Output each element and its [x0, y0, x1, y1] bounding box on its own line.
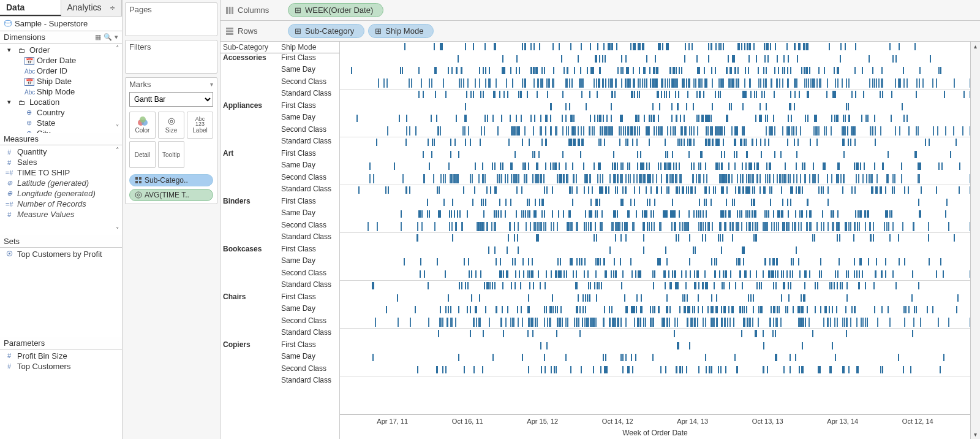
marks-tooltip-button[interactable]: Tooltip — [158, 141, 184, 168]
field-order-date[interactable]: 📅Order Date — [0, 55, 122, 66]
header-cell-subcat[interactable] — [221, 137, 279, 149]
field-city[interactable]: ⊕City — [0, 128, 122, 133]
field-state[interactable]: ⊕State — [0, 118, 122, 128]
header-cell-subcat[interactable]: Bookcases — [221, 245, 279, 257]
header-cell-subcat[interactable]: Binders — [221, 197, 279, 209]
header-cell-subcat[interactable]: Copiers — [221, 340, 279, 353]
measure-time-to-ship[interactable]: =#TIME TO SHIP — [0, 167, 122, 178]
header-cell-shipmode[interactable]: Standard Class — [279, 185, 339, 197]
header-cell-shipmode[interactable]: Same Day — [279, 65, 339, 77]
header-cell-subcat[interactable] — [221, 113, 279, 125]
header-cell-shipmode[interactable]: Second Class — [279, 77, 339, 90]
marks-menu-icon[interactable]: ▾ — [210, 81, 213, 88]
header-cell-shipmode[interactable]: Standard Class — [279, 89, 339, 101]
header-cell-shipmode[interactable]: Standard Class — [279, 232, 339, 245]
rows-shelf[interactable]: Rows ⊞Sub-Category⊞Ship Mode — [221, 21, 980, 42]
header-cell-shipmode[interactable]: Standard Class — [279, 328, 339, 340]
marks-color-button[interactable]: Color — [129, 112, 156, 139]
header-cell-subcat[interactable] — [221, 232, 279, 245]
measure-measure-values[interactable]: #Measure Values — [0, 209, 122, 220]
marks-detail-button[interactable]: Detail — [129, 141, 156, 168]
scroll-up-icon[interactable]: ˄ — [115, 45, 121, 53]
header-cell-subcat[interactable]: Appliances — [221, 101, 279, 113]
header-cell-shipmode[interactable]: First Class — [279, 340, 339, 353]
scroll-down-icon[interactable]: ˅ — [115, 226, 121, 234]
header-cell-subcat[interactable]: Accessories — [221, 53, 279, 66]
header-cell-shipmode[interactable]: Same Day — [279, 208, 339, 221]
marks-size-button[interactable]: Size — [158, 112, 184, 139]
pages-shelf[interactable]: Pages — [125, 2, 217, 36]
header-cell-shipmode[interactable]: Same Day — [279, 304, 339, 316]
header-cell-shipmode[interactable]: Second Class — [279, 316, 339, 329]
header-cell-shipmode[interactable]: Second Class — [279, 364, 339, 376]
header-cell-subcat[interactable] — [221, 316, 279, 329]
header-cell-subcat[interactable] — [221, 256, 279, 269]
header-cell-subcat[interactable] — [221, 161, 279, 173]
header-cell-shipmode[interactable]: First Class — [279, 292, 339, 305]
header-cell-subcat[interactable] — [221, 269, 279, 281]
tab-data[interactable]: Data — [0, 0, 61, 16]
filters-shelf[interactable]: Filters — [125, 40, 217, 74]
header-cell-shipmode[interactable]: First Class — [279, 101, 339, 113]
header-cell-shipmode[interactable]: Standard Class — [279, 280, 339, 292]
header-cell-subcat[interactable] — [221, 89, 279, 101]
header-cell-subcat[interactable] — [221, 185, 279, 197]
measure-latitude-generated-[interactable]: ⊕Latitude (generated) — [0, 178, 122, 188]
set-top-customers-by-profit[interactable]: ⦿Top Customers by Profit — [0, 249, 122, 259]
header-cell-subcat[interactable] — [221, 328, 279, 340]
header-cell-subcat[interactable] — [221, 280, 279, 292]
scroll-down-icon[interactable]: ▾ — [974, 431, 977, 438]
header-cell-shipmode[interactable]: First Class — [279, 53, 339, 66]
datasource-row[interactable]: Sample - Superstore — [0, 17, 122, 31]
header-cell-shipmode[interactable]: Same Day — [279, 352, 339, 364]
header-cell-shipmode[interactable]: First Class — [279, 197, 339, 209]
header-cell-subcat[interactable] — [221, 364, 279, 376]
header-ship-mode[interactable]: Ship Mode — [279, 42, 339, 53]
marks-pill-sub-catego-[interactable]: Sub-Catego.. — [129, 174, 213, 186]
scroll-up-icon[interactable]: ▴ — [974, 43, 977, 50]
header-cell-shipmode[interactable]: Standard Class — [279, 137, 339, 149]
header-cell-subcat[interactable] — [221, 304, 279, 316]
dim-group-order[interactable]: ▾🗀Order — [0, 45, 122, 55]
header-cell-subcat[interactable] — [221, 173, 279, 185]
vertical-scrollbar[interactable]: ▴ ▾ — [970, 42, 980, 439]
header-cell-shipmode[interactable]: Same Day — [279, 113, 339, 125]
header-cell-shipmode[interactable]: Second Class — [279, 125, 339, 137]
field-order-id[interactable]: AbcOrder ID — [0, 66, 122, 76]
header-cell-shipmode[interactable]: Second Class — [279, 221, 339, 233]
view-toggle-icon[interactable]: ▦ — [95, 33, 101, 41]
measure-longitude-generated-[interactable]: ⊕Longitude (generated) — [0, 188, 122, 199]
header-cell-shipmode[interactable]: First Class — [279, 149, 339, 161]
header-cell-subcat[interactable]: Art — [221, 149, 279, 161]
header-cell-subcat[interactable]: Chairs — [221, 292, 279, 305]
header-cell-shipmode[interactable]: First Class — [279, 245, 339, 257]
field-country[interactable]: ⊕Country — [0, 107, 122, 118]
marks-label-button[interactable]: Abc123 Label — [187, 112, 213, 139]
menu-caret-icon[interactable]: ▾ — [115, 33, 118, 41]
header-cell-subcat[interactable] — [221, 221, 279, 233]
param-profit-bin-size[interactable]: #Profit Bin Size — [0, 351, 122, 361]
param-top-customers[interactable]: #Top Customers — [0, 361, 122, 372]
scroll-down-icon[interactable]: ˅ — [115, 124, 121, 132]
header-cell-subcat[interactable] — [221, 65, 279, 77]
marks-pill-avg-time-t-[interactable]: AVG(TIME T.. — [129, 189, 213, 201]
field-ship-date[interactable]: 📅Ship Date — [0, 76, 122, 86]
measure-quantity[interactable]: #Quantity — [0, 147, 122, 157]
measure-number-of-records[interactable]: =#Number of Records — [0, 199, 122, 209]
header-cell-shipmode[interactable]: Same Day — [279, 161, 339, 173]
header-cell-subcat[interactable] — [221, 125, 279, 137]
header-cell-subcat[interactable] — [221, 77, 279, 90]
header-cell-shipmode[interactable]: Standard Class — [279, 376, 339, 388]
header-cell-shipmode[interactable]: Second Class — [279, 173, 339, 185]
header-cell-shipmode[interactable]: Same Day — [279, 256, 339, 269]
search-icon[interactable]: 🔍 — [104, 33, 112, 41]
header-cell-subcat[interactable] — [221, 208, 279, 221]
tab-analytics[interactable]: Analytics≑ — [61, 0, 123, 16]
header-cell-shipmode[interactable]: Second Class — [279, 269, 339, 281]
measure-sales[interactable]: #Sales — [0, 157, 122, 167]
scroll-up-icon[interactable]: ˄ — [115, 147, 121, 155]
field-ship-mode[interactable]: AbcShip Mode — [0, 86, 122, 97]
chart-canvas[interactable] — [340, 42, 970, 414]
dim-group-location[interactable]: ▾🗀Location — [0, 97, 122, 107]
header-cell-subcat[interactable] — [221, 376, 279, 388]
